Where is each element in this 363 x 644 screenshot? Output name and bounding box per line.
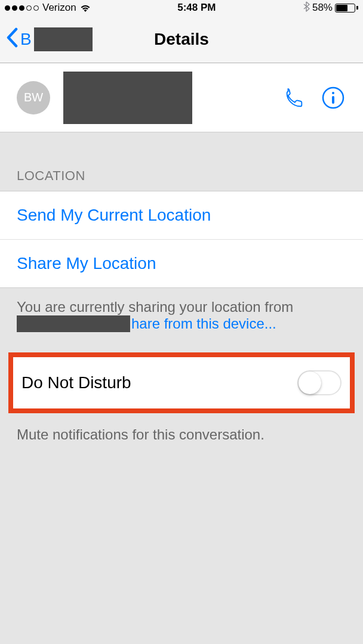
redacted-block xyxy=(17,315,130,332)
dnd-footer: Mute notifications for this conversation… xyxy=(0,413,363,456)
contact-actions xyxy=(281,85,346,111)
redacted-block xyxy=(34,27,93,51)
contact-row: BW xyxy=(0,63,363,132)
location-footer-text: You are currently sharing your location … xyxy=(17,299,293,315)
wifi-icon xyxy=(80,4,91,12)
do-not-disturb-row: Do Not Disturb xyxy=(13,357,350,408)
do-not-disturb-label: Do Not Disturb xyxy=(21,373,131,392)
share-from-device-link[interactable]: hare from this device... xyxy=(131,315,276,332)
svg-rect-2 xyxy=(332,96,334,104)
section-header-location: LOCATION xyxy=(0,132,363,191)
status-bar: Verizon 5:48 PM 58% xyxy=(0,0,363,16)
toggle-knob xyxy=(299,371,321,394)
carrier-label: Verizon xyxy=(42,2,76,14)
highlight-annotation: Do Not Disturb xyxy=(8,352,355,413)
status-right: 58% xyxy=(303,1,358,15)
location-group: Send My Current Location Share My Locati… xyxy=(0,191,363,288)
info-button[interactable] xyxy=(320,85,346,111)
send-current-location-button[interactable]: Send My Current Location xyxy=(0,191,363,240)
back-label-prefix: B xyxy=(20,30,32,49)
battery-icon xyxy=(335,4,358,13)
location-footer: You are currently sharing your location … xyxy=(0,288,363,352)
nav-bar: B Details xyxy=(0,16,363,63)
page-title: Details xyxy=(154,30,209,49)
call-button[interactable] xyxy=(281,85,307,111)
avatar: BW xyxy=(17,81,50,114)
back-button[interactable]: B xyxy=(6,27,93,51)
do-not-disturb-toggle[interactable] xyxy=(297,370,342,395)
redacted-block xyxy=(63,72,192,124)
chevron-left-icon xyxy=(6,27,18,51)
status-left: Verizon xyxy=(5,2,91,14)
share-my-location-button[interactable]: Share My Location xyxy=(0,240,363,287)
svg-point-1 xyxy=(332,92,334,94)
battery-percent: 58% xyxy=(312,2,333,14)
signal-strength-icon xyxy=(5,5,39,11)
bluetooth-icon xyxy=(303,1,310,15)
clock: 5:48 PM xyxy=(177,2,216,14)
